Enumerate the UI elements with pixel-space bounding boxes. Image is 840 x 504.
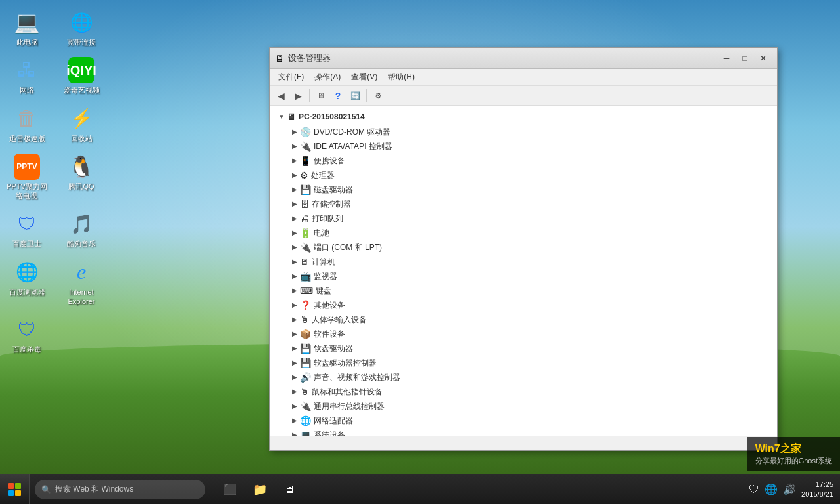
taskbar-time: 17:25 2015/8/21	[801, 480, 833, 499]
desktop-icon-ie[interactable]: e InternetExplorer	[58, 257, 105, 309]
expand-11[interactable]: ▶	[289, 285, 300, 296]
window-content[interactable]: ▼ 🖥 PC-201508021514 ▶ 💿 DVD/CD-ROM 驱动器 ▶…	[270, 106, 777, 436]
window-title-icon: 🖥	[275, 53, 284, 64]
window-titlebar: 🖥 设备管理器 ─ □ ✕	[270, 48, 777, 69]
task-view-button[interactable]: ⬛	[217, 476, 243, 503]
desktop-icon-baidu-browser[interactable]: 🌐 百度浏览器	[3, 257, 51, 309]
desktop-icon-network[interactable]: 🖧 网络	[3, 54, 51, 97]
expand-18[interactable]: ▶	[289, 387, 300, 397]
tree-item-9[interactable]: ▶ 🖥 计算机	[286, 255, 774, 269]
tree-item-19[interactable]: ▶ 🔌 通用串行总线控制器	[286, 399, 774, 413]
tree-item-18[interactable]: ▶ 🖱 鼠标和其他指针设备	[286, 385, 774, 399]
toolbar-properties[interactable]: 🖥	[313, 88, 329, 104]
qq-icon: 🐧	[68, 154, 94, 180]
windows-logo-icon	[8, 483, 21, 496]
expand-14[interactable]: ▶	[289, 329, 300, 339]
expand-13[interactable]: ▶	[289, 314, 300, 325]
desktop-icon-computer[interactable]: 💻 此电脑	[3, 7, 51, 49]
icon-12: ❓	[300, 301, 311, 310]
tree-item-6[interactable]: ▶ 🖨 打印队列	[286, 211, 774, 226]
desktop-icon-xunlei[interactable]: ⚡ 回收站	[58, 103, 105, 146]
desktop-icon-kugo[interactable]: 🎵 酷狗音乐	[58, 208, 105, 251]
expand-9[interactable]: ▶	[289, 257, 300, 267]
desktop-icon-recycle[interactable]: 🗑 迅雷极速版	[3, 103, 51, 146]
expand-12[interactable]: ▶	[289, 300, 300, 310]
device-manager-taskbar[interactable]: 🖥	[276, 476, 303, 503]
icon-14: 📦	[300, 329, 311, 339]
file-explorer-button[interactable]: 📁	[247, 476, 273, 503]
tree-item-10[interactable]: ▶ 📺 监视器	[286, 269, 774, 284]
menu-help[interactable]: 帮助(H)	[383, 70, 420, 85]
tree-item-0[interactable]: ▶ 💿 DVD/CD-ROM 驱动器	[286, 125, 774, 139]
icon-10: 📺	[300, 272, 311, 281]
tree-children: ▶ 💿 DVD/CD-ROM 驱动器 ▶ 🔌 IDE ATA/ATAPI 控制器…	[273, 125, 774, 436]
expand-6[interactable]: ▶	[289, 213, 300, 224]
expand-15[interactable]: ▶	[289, 343, 300, 354]
toolbar-settings[interactable]: ⚙	[370, 88, 386, 104]
root-expand-icon[interactable]: ▼	[276, 112, 287, 122]
recycle-icon: 🗑	[14, 106, 40, 132]
toolbar-back[interactable]: ◀	[273, 88, 289, 104]
maximize-button[interactable]: □	[736, 51, 753, 66]
expand-10[interactable]: ▶	[289, 271, 300, 282]
iqiyi-label: 爱奇艺视频	[64, 85, 100, 94]
expand-19[interactable]: ▶	[289, 401, 300, 411]
desktop-icon-broadband[interactable]: 🌐 宽带连接	[58, 7, 105, 49]
desktop-icon-qq[interactable]: 🐧 腾讯QQ	[58, 151, 105, 203]
network-label: 网络	[20, 85, 34, 94]
expand-3[interactable]: ▶	[289, 170, 300, 180]
icon-2: 📱	[300, 156, 311, 165]
tree-item-16[interactable]: ▶ 💾 软盘驱动器控制器	[286, 356, 774, 370]
tree-item-14[interactable]: ▶ 📦 软件设备	[286, 327, 774, 341]
expand-17[interactable]: ▶	[289, 372, 300, 383]
volume-icon[interactable]: 🔊	[783, 483, 796, 495]
tree-item-12[interactable]: ▶ ❓ 其他设备	[286, 298, 774, 312]
tree-item-8[interactable]: ▶ 🔌 端口 (COM 和 LPT)	[286, 240, 774, 255]
tree-item-2[interactable]: ▶ 📱 便携设备	[286, 154, 774, 168]
desktop-icon-iqiyi[interactable]: iQIYI 爱奇艺视频	[58, 54, 105, 97]
expand-4[interactable]: ▶	[289, 184, 300, 195]
tree-item-5[interactable]: ▶ 🗄 存储控制器	[286, 197, 774, 211]
expand-1[interactable]: ▶	[289, 141, 300, 152]
tree-item-20[interactable]: ▶ 🌐 网络适配器	[286, 413, 774, 428]
qq-label: 腾讯QQ	[68, 182, 94, 191]
expand-20[interactable]: ▶	[289, 415, 300, 426]
tree-item-13[interactable]: ▶ 🖱 人体学输入设备	[286, 312, 774, 327]
expand-8[interactable]: ▶	[289, 242, 300, 253]
tree-item-4[interactable]: ▶ 💾 磁盘驱动器	[286, 182, 774, 197]
broadband-icon: 🌐	[68, 9, 94, 35]
expand-21[interactable]: ▶	[289, 430, 300, 436]
tree-item-17[interactable]: ▶ 🔊 声音、视频和游戏控制器	[286, 370, 774, 385]
expand-16[interactable]: ▶	[289, 358, 300, 368]
icon-19: 🔌	[300, 402, 311, 411]
ie-label: InternetExplorer	[68, 287, 95, 306]
close-button[interactable]: ✕	[755, 51, 772, 66]
menu-action[interactable]: 操作(A)	[309, 70, 346, 85]
toolbar-forward[interactable]: ▶	[290, 88, 306, 104]
tree-item-15[interactable]: ▶ 💾 软盘驱动器	[286, 341, 774, 356]
menu-view[interactable]: 查看(V)	[346, 70, 383, 85]
desktop-icon-baidu-guard[interactable]: 🛡 百度卫士	[3, 208, 51, 251]
expand-2[interactable]: ▶	[289, 156, 300, 166]
window-menubar: 文件(F) 操作(A) 查看(V) 帮助(H)	[270, 69, 777, 86]
tree-item-21[interactable]: ▶ 💻 系统设备	[286, 428, 774, 436]
search-bar[interactable]: 🔍 搜索 Web 和 Windows	[35, 480, 205, 499]
desktop-icon-pptv[interactable]: PPTV PPTV聚力网络电视	[3, 151, 51, 203]
expand-0[interactable]: ▶	[289, 127, 300, 137]
expand-7[interactable]: ▶	[289, 228, 300, 238]
tree-root-item[interactable]: ▼ 🖥 PC-201508021514	[273, 109, 774, 125]
watermark: Win7之家 分享最好用的Ghost系统	[747, 437, 840, 471]
tree-item-1[interactable]: ▶ 🔌 IDE ATA/ATAPI 控制器	[286, 139, 774, 154]
minimize-button[interactable]: ─	[718, 51, 735, 66]
toolbar-update[interactable]: 🔄	[347, 88, 363, 104]
expand-5[interactable]: ▶	[289, 199, 300, 209]
desktop-icon-baidu-kill[interactable]: 🛡 百度杀毒	[3, 314, 51, 356]
root-computer-icon: 🖥	[287, 112, 296, 121]
menu-file[interactable]: 文件(F)	[273, 70, 309, 85]
start-button[interactable]	[0, 474, 30, 504]
tree-item-7[interactable]: ▶ 🔋 电池	[286, 226, 774, 240]
tree-item-3[interactable]: ▶ ⚙ 处理器	[286, 168, 774, 182]
tree-item-11[interactable]: ▶ ⌨ 键盘	[286, 284, 774, 298]
toolbar-help[interactable]: ?	[330, 88, 346, 104]
icon-3: ⚙	[300, 171, 308, 180]
